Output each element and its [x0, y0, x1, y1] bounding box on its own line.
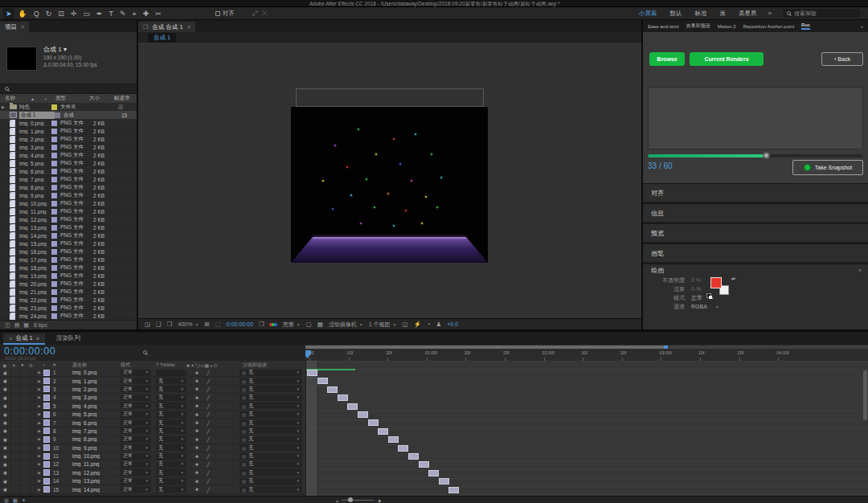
time-ruler[interactable]: :00 10f 20f 01:00f 10f 20f 02:00f 10f 20 — [305, 345, 868, 361]
trkmat-dropdown[interactable]: 无▼ — [156, 395, 186, 401]
label-swatch[interactable] — [51, 121, 57, 126]
layer-row[interactable]: ◉ ▶ 7 img_6.png 正常▼ 无▼ ♣ ╱ ◎无▼ — [0, 419, 305, 427]
camera-tool[interactable]: ⊡ — [55, 8, 67, 19]
trkmat-dropdown[interactable]: 无▼ — [156, 386, 186, 392]
expander-icon[interactable]: ▶ — [35, 421, 43, 425]
eye-icon[interactable]: ◉ — [0, 454, 10, 459]
expander-icon[interactable]: ▶ — [35, 437, 43, 441]
parent-link-dropdown[interactable]: ◎无▼ — [240, 486, 302, 493]
eye-icon[interactable]: ◉ — [0, 462, 10, 467]
collapsed-panel-0[interactable]: 对齐 — [643, 183, 868, 202]
label-swatch[interactable] — [51, 289, 57, 295]
panel-menu-icon[interactable]: ≡ — [858, 268, 862, 273]
layer-row[interactable]: ◉ ▶ 9 img_8.png 正常▼ 无▼ ♣ ╱ ◎无▼ — [0, 436, 305, 444]
layer-color-swatch[interactable] — [43, 436, 50, 443]
more-workspaces-chevron[interactable]: » — [768, 10, 772, 17]
layer-color-swatch[interactable] — [43, 378, 50, 384]
layer-color-swatch[interactable] — [43, 453, 50, 460]
eye-icon[interactable]: ◉ — [0, 420, 10, 425]
label-swatch[interactable] — [51, 281, 57, 287]
shy-switch[interactable]: ♣ — [191, 470, 203, 475]
motion-blur-switch[interactable]: ╱ — [203, 461, 214, 467]
pencil-tool[interactable]: ✎ — [117, 8, 129, 19]
label-swatch[interactable] — [51, 201, 57, 207]
expander-icon[interactable]: ▶ — [35, 412, 43, 416]
foreground-color-swatch[interactable] — [710, 277, 722, 288]
project-file-row[interactable]: img_16.png PNG 文件 2 KB — [0, 247, 137, 256]
layer-color-swatch[interactable] — [43, 411, 50, 418]
eye-icon[interactable]: ◉ — [0, 470, 10, 475]
label-swatch[interactable] — [51, 297, 57, 303]
trkmat-dropdown[interactable]: 无▼ — [156, 444, 186, 451]
monitor-icon[interactable]: ❑ — [156, 321, 162, 328]
paint-color-swatches[interactable]: ⇄ — [710, 277, 739, 301]
blend-mode-dropdown[interactable]: 正常▼ — [121, 486, 151, 493]
layer-row[interactable]: ◉ ▶ 11 img_10.png 正常▼ 无▼ ♣ ╱ ◎无▼ — [0, 452, 305, 460]
transparency-grid-icon[interactable]: ▦ — [317, 321, 323, 328]
slider-thumb[interactable] — [763, 152, 770, 159]
timeline-zoom-slider[interactable]: ▴ ▲ — [336, 497, 382, 503]
layer-row[interactable]: ◉ ▶ 13 img_12.png 正常▼ 无▼ ♣ ╱ ◎无▼ — [0, 469, 305, 477]
blend-mode-dropdown[interactable]: 正常▼ — [121, 478, 151, 485]
layer-duration-bar[interactable] — [338, 395, 348, 401]
layer-color-swatch[interactable] — [43, 461, 50, 468]
composition-viewport[interactable] — [291, 107, 488, 263]
parent-link-dropdown[interactable]: ◎无▼ — [240, 403, 302, 409]
collapsed-panel-1[interactable]: 信息 — [643, 203, 868, 222]
layer-color-swatch[interactable] — [43, 444, 50, 451]
current-timecode[interactable]: 0:00:00:00 — [4, 346, 55, 357]
timeline-search-icon[interactable] — [143, 350, 147, 354]
blend-mode-dropdown[interactable]: 正常▼ — [121, 386, 151, 392]
blend-mode-dropdown[interactable]: 正常▼ — [121, 469, 151, 476]
parent-link-dropdown[interactable]: ◎无▼ — [240, 478, 302, 485]
eye-icon[interactable]: ◉ — [0, 428, 10, 433]
shy-switch[interactable]: ♣ — [191, 386, 203, 391]
parent-link-dropdown[interactable]: ◎无▼ — [240, 444, 302, 451]
project-search-input[interactable] — [0, 84, 137, 94]
workspace-item[interactable]: 标准 — [695, 10, 707, 18]
shy-switch[interactable]: ♣ — [191, 420, 203, 425]
trkmat-dropdown[interactable]: 无▼ — [156, 436, 186, 443]
workspace-item[interactable]: 库 — [720, 10, 727, 18]
current-renders-button[interactable]: Current Renders — [690, 52, 764, 66]
frame-slider[interactable] — [648, 154, 863, 157]
expander-icon[interactable]: ▶ — [35, 429, 43, 433]
pan-behind-tool[interactable]: ✛ — [68, 8, 80, 19]
eye-icon[interactable]: ◉ — [0, 403, 10, 408]
label-swatch[interactable] — [51, 129, 57, 134]
eye-icon[interactable]: ◉ — [0, 395, 10, 400]
motion-blur-switch[interactable]: ╱ — [203, 420, 214, 426]
layer-duration-bar[interactable] — [428, 470, 439, 476]
dual-view-icon[interactable]: ❒ — [167, 321, 173, 328]
paint-property-row[interactable]: 流量0 % — [643, 284, 868, 293]
fx-tab-reposition-anchor-point[interactable]: Reposition Anchor point — [743, 24, 794, 29]
motion-blur-switch[interactable]: ╱ — [203, 428, 214, 434]
motion-blur-switch[interactable]: ╱ — [203, 411, 214, 417]
motion-blur-switch[interactable]: ╱ — [203, 453, 214, 459]
motion-blur-switch[interactable]: ╱ — [203, 378, 214, 384]
project-file-row[interactable]: img_1.png PNG 文件 2 KB — [0, 127, 137, 135]
tab-composition[interactable]: ❐ 合成 合成 1 ≡ — [138, 22, 195, 32]
navigator-range[interactable] — [305, 346, 665, 349]
rotation-tool[interactable]: ↻ — [43, 8, 55, 19]
parent-link-dropdown[interactable]: ◎无▼ — [240, 419, 302, 426]
channel-icon[interactable] — [270, 323, 277, 326]
zoom-tool[interactable]: Q — [31, 8, 42, 19]
panel-menu-icon[interactable]: ≡ — [187, 24, 190, 30]
trkmat-dropdown[interactable]: 无▼ — [156, 486, 186, 493]
eye-icon[interactable]: ◉ — [0, 370, 10, 375]
timeline-button-icon[interactable]: ◔ — [427, 321, 431, 328]
swap-colors-icon[interactable]: ⇄ — [731, 276, 735, 281]
label-swatch[interactable] — [51, 153, 57, 158]
clone-stamp-tool[interactable]: ✂ — [153, 8, 164, 19]
layer-duration-bar[interactable] — [408, 453, 419, 460]
workspace-resize-icons[interactable]: ⤢⤬ — [252, 10, 272, 18]
workspace-item[interactable]: 默认 — [670, 10, 682, 18]
layer-row[interactable]: ◉ ▶ 12 img_11.png 正常▼ 无▼ ♣ ╱ ◎无▼ — [0, 460, 305, 468]
expander-icon[interactable]: ▶ — [35, 379, 43, 383]
project-file-row[interactable]: img_5.png PNG 文件 2 KB — [0, 159, 137, 167]
timeline-toggle-icon[interactable]: ✦ — [22, 497, 26, 503]
parent-link-dropdown[interactable]: ◎无▼ — [240, 395, 302, 401]
shy-switch[interactable]: ♣ — [191, 403, 203, 408]
layer-color-swatch[interactable] — [43, 427, 50, 434]
